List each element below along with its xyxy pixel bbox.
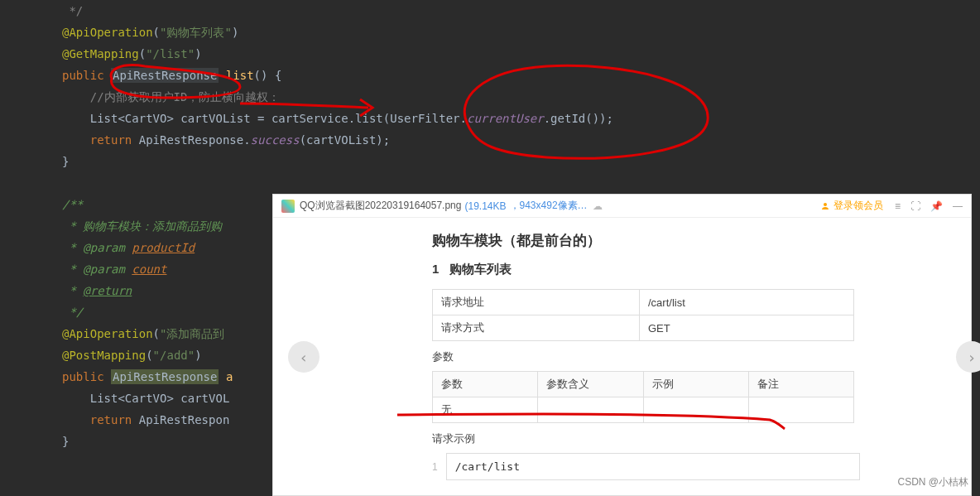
class-userfilter: UserFilter (390, 112, 459, 125)
login-text: 登录领会员 (833, 199, 883, 213)
javadoc-param-tag: @param (83, 241, 125, 254)
section-heading: 1 购物车列表 (432, 262, 944, 277)
var-cartvol: cartVOL (180, 392, 229, 405)
app-logo-icon (281, 200, 295, 213)
menu-icon[interactable]: ≡ (895, 200, 901, 212)
preview-titlebar: QQ浏览器截图20220319164057.png (19.14KB ，943x… (273, 195, 971, 218)
annotation-apioperation: @ApiOperation (62, 26, 153, 39)
req-method-label: 请求方式 (433, 315, 640, 341)
cloud-icon[interactable]: ☁ (593, 200, 603, 212)
javadoc-start: /** (62, 198, 83, 211)
var-cartvolist: cartVOList (180, 112, 250, 125)
javadoc-star: * (62, 262, 83, 276)
keyword-return: return (90, 133, 132, 147)
param-header-name: 参数 (433, 372, 538, 397)
keyword-public2: public (62, 370, 104, 383)
section-title-text: 购物车列表 (449, 262, 512, 276)
req-method-value: GET (640, 315, 854, 341)
annotation-apioperation2: @ApiOperation (62, 327, 153, 340)
params-heading: 参数 (432, 349, 944, 364)
example-line-number: 1 (432, 461, 438, 473)
section-number: 1 (432, 262, 439, 276)
type-list2: List<CartVO> (90, 392, 174, 405)
arg-cartvolist: cartVOList (306, 133, 376, 147)
class-partial: ApiRestRespon (139, 413, 230, 426)
example-value: /cart/list (446, 453, 860, 480)
class-ref: ApiRestResponse (139, 133, 243, 147)
minimize-icon[interactable]: — (953, 200, 963, 212)
preview-content: 购物车模块（都是前台的） 1 购物车列表 请求地址 /cart/list 请求方… (273, 218, 971, 494)
call-list: list (355, 112, 383, 125)
user-icon (820, 201, 830, 211)
preview-filename: QQ浏览器截图20220319164057.png (300, 199, 461, 213)
type-list: List<CartVO> (90, 112, 174, 125)
javadoc-param-tag2: @param (83, 262, 125, 276)
call-getid: getId (550, 112, 585, 125)
call-success: success (251, 133, 300, 147)
param-header-meaning: 参数含义 (538, 372, 643, 397)
svg-point-0 (824, 203, 827, 206)
expand-icon[interactable]: ⛶ (910, 200, 920, 212)
string-path2: "/add" (153, 349, 195, 362)
method-list: list (226, 69, 254, 82)
preview-dimensions: ，943x492像素… (510, 199, 588, 213)
annotation-postmapping: @PostMapping (62, 349, 146, 362)
method-a: a (226, 370, 233, 383)
inline-comment: //内部获取用户ID，防止横向越权： (90, 90, 281, 104)
request-info-table: 请求地址 /cart/list 请求方式 GET (432, 289, 854, 341)
param-row-empty: 无 (433, 397, 538, 423)
keyword-return2: return (90, 413, 132, 426)
req-url-label: 请求地址 (433, 290, 640, 315)
javadoc-desc: * 购物车模块：添加商品到购 (62, 219, 222, 233)
preview-filesize: (19.14KB (464, 200, 506, 212)
keyword-public: public (62, 69, 104, 82)
annotation-getmapping: @GetMapping (62, 47, 139, 60)
pin-icon[interactable]: 📌 (930, 200, 943, 212)
string-path: "/list" (146, 47, 195, 60)
comment-end: */ (62, 4, 83, 17)
var-cartservice: cartService (271, 112, 348, 125)
string-label2: "添加商品到 (160, 327, 224, 340)
params-table: 参数 参数含义 示例 备注 无 (432, 371, 854, 423)
watermark: CSDN @小桔林 (897, 475, 968, 489)
javadoc-return-tag: @return (83, 284, 132, 297)
param-header-note: 备注 (748, 372, 853, 397)
param-header-example: 示例 (643, 372, 748, 397)
doc-title: 购物车模块（都是前台的） (432, 231, 944, 250)
javadoc-star: * (62, 284, 83, 297)
string-label: "购物车列表" (160, 26, 232, 39)
javadoc-star: * (62, 241, 83, 254)
field-currentuser: currentUser (467, 112, 544, 125)
class-apirestresponse2: ApiRestResponse (111, 369, 219, 384)
class-apirestresponse: ApiRestResponse (111, 68, 219, 83)
javadoc-end: */ (62, 306, 83, 319)
image-preview-window: QQ浏览器截图20220319164057.png (19.14KB ，943x… (272, 194, 972, 496)
prev-image-button[interactable]: ‹ (288, 341, 319, 373)
javadoc-param-count: count (132, 262, 166, 276)
example-heading: 请求示例 (432, 431, 944, 446)
login-link[interactable]: 登录领会员 (820, 199, 883, 213)
javadoc-param-productid: productId (132, 241, 195, 254)
req-url-value: /cart/list (640, 290, 854, 315)
